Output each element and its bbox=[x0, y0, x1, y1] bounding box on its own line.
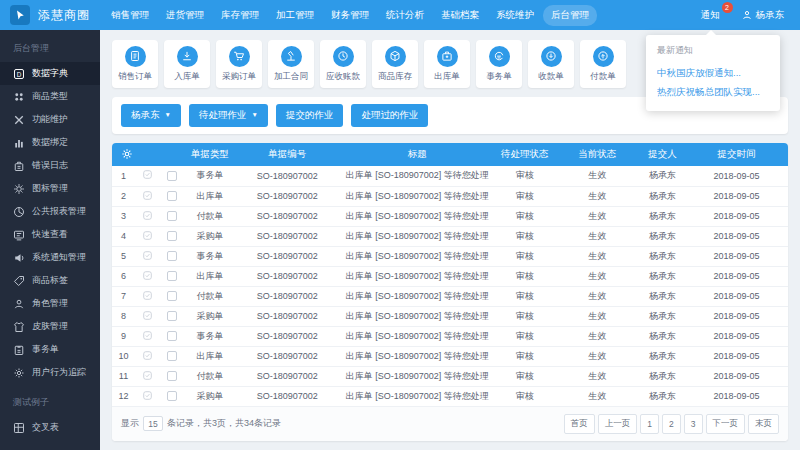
filter-button-提交的作业[interactable]: 提交的作业 bbox=[276, 104, 344, 127]
sidebar-item-商品标签[interactable]: 商品标签 bbox=[0, 269, 100, 292]
notification-item[interactable]: 热烈庆祝畅总团队实现... bbox=[657, 83, 769, 102]
nav-item-6[interactable]: 基础档案 bbox=[433, 5, 487, 26]
table-row[interactable]: 10 出库单 SO-180907002 出库单 [SO-180907002] 等… bbox=[112, 346, 788, 366]
cell-submitter: 杨承东 bbox=[640, 306, 685, 326]
notification-list: 中秋国庆放假通知...热烈庆祝畅总团队实现... bbox=[657, 64, 769, 102]
quick-action-付款单[interactable]: 付款单 bbox=[580, 40, 626, 88]
table-row[interactable]: 7 付款单 SO-180907002 出库单 [SO-180907002] 等待… bbox=[112, 286, 788, 306]
row-checkbox[interactable] bbox=[167, 211, 177, 221]
navbar-right: 通知 2 杨承东 bbox=[701, 9, 785, 22]
filter-button-处理过的作业[interactable]: 处理过的作业 bbox=[351, 104, 428, 127]
sidebar-item-商品类型[interactable]: 商品类型 bbox=[0, 85, 100, 108]
table-row[interactable]: 8 采购单 SO-180907002 出库单 [SO-180907002] 等待… bbox=[112, 306, 788, 326]
nav-item-1[interactable]: 进货管理 bbox=[158, 5, 212, 26]
quick-action-出库单[interactable]: 出库单 bbox=[424, 40, 470, 88]
cell-code: SO-180907002 bbox=[235, 246, 340, 266]
cell-title: 出库单 [SO-180907002] 等待您处理 bbox=[340, 186, 495, 206]
nav-item-3[interactable]: 加工管理 bbox=[268, 5, 322, 26]
cell-type: 事务单 bbox=[185, 326, 235, 346]
filter-button-待处理作业[interactable]: 待处理作业 ▼ bbox=[189, 104, 268, 127]
cell-code: SO-180907002 bbox=[235, 326, 340, 346]
page-button-首页[interactable]: 首页 bbox=[564, 414, 595, 434]
row-index: 6 bbox=[112, 266, 135, 286]
nav-item-4[interactable]: 财务管理 bbox=[323, 5, 377, 26]
page-button-末页[interactable]: 末页 bbox=[748, 414, 779, 434]
quick-action-应收账款[interactable]: 应收账款 bbox=[320, 40, 366, 88]
quick-action-事务单[interactable]: 事务单 bbox=[476, 40, 522, 88]
page-size-input[interactable] bbox=[143, 416, 163, 431]
sidebar-item-label: 公共报表管理 bbox=[32, 205, 86, 218]
table-row[interactable]: 3 付款单 SO-180907002 出库单 [SO-180907002] 等待… bbox=[112, 206, 788, 226]
nav-item-5[interactable]: 统计分析 bbox=[378, 5, 432, 26]
stamp-check-icon bbox=[142, 270, 153, 281]
page-button-上一页[interactable]: 上一页 bbox=[598, 414, 638, 434]
row-checkbox[interactable] bbox=[167, 171, 177, 181]
user-menu[interactable]: 杨承东 bbox=[742, 9, 785, 22]
nav-item-7[interactable]: 系统维护 bbox=[488, 5, 542, 26]
table-row[interactable]: 12 采购单 SO-180907002 出库单 [SO-180907002] 等… bbox=[112, 386, 788, 406]
row-checkbox[interactable] bbox=[167, 331, 177, 341]
quick-action-入库单[interactable]: 入库单 bbox=[164, 40, 210, 88]
page-button-3[interactable]: 3 bbox=[684, 414, 703, 434]
table-row[interactable]: 9 事务单 SO-180907002 出库单 [SO-180907002] 等待… bbox=[112, 326, 788, 346]
sidebar-item-系统通知管理[interactable]: 系统通知管理 bbox=[0, 246, 100, 269]
quick-action-收款单[interactable]: 收款单 bbox=[528, 40, 574, 88]
row-checkbox[interactable] bbox=[167, 391, 177, 401]
quick-action-销售订单[interactable]: 销售订单 bbox=[112, 40, 158, 88]
quick-action-采购订单[interactable]: 采购订单 bbox=[216, 40, 262, 88]
table-row[interactable]: 4 采购单 SO-180907002 出库单 [SO-180907002] 等待… bbox=[112, 226, 788, 246]
sidebar-item-交叉表[interactable]: 交叉表 bbox=[0, 416, 100, 439]
sidebar-item-图标管理[interactable]: 图标管理 bbox=[0, 177, 100, 200]
row-checkbox[interactable] bbox=[167, 371, 177, 381]
page-button-2[interactable]: 2 bbox=[662, 414, 681, 434]
cell-code: SO-180907002 bbox=[235, 206, 340, 226]
page-button-1[interactable]: 1 bbox=[640, 414, 659, 434]
tag-icon bbox=[13, 275, 25, 287]
filter-button-杨承东[interactable]: 杨承东 ▼ bbox=[121, 104, 181, 127]
cell-submitter: 杨承东 bbox=[640, 326, 685, 346]
sidebar-item-功能维护[interactable]: 功能维护 bbox=[0, 108, 100, 131]
page-button-下一页[interactable]: 下一页 bbox=[706, 414, 746, 434]
quick-action-加工合同[interactable]: 加工合同 bbox=[268, 40, 314, 88]
row-checkbox[interactable] bbox=[167, 191, 177, 201]
sidebar-item-label: 数据字典 bbox=[32, 67, 68, 80]
row-checkbox[interactable] bbox=[167, 291, 177, 301]
cell-current-status: 生效 bbox=[555, 166, 640, 186]
cell-current-status: 生效 bbox=[555, 246, 640, 266]
table-row[interactable]: 5 事务单 SO-180907002 出库单 [SO-180907002] 等待… bbox=[112, 246, 788, 266]
cell-code: SO-180907002 bbox=[235, 266, 340, 286]
sidebar-item-数据字典[interactable]: D 数据字典 bbox=[0, 62, 100, 85]
cell-current-status: 生效 bbox=[555, 286, 640, 306]
table-row[interactable]: 1 事务单 SO-180907002 出库单 [SO-180907002] 等待… bbox=[112, 166, 788, 186]
notification-item[interactable]: 中秋国庆放假通知... bbox=[657, 64, 769, 83]
sidebar-item-皮肤管理[interactable]: 皮肤管理 bbox=[0, 315, 100, 338]
row-checkbox[interactable] bbox=[167, 231, 177, 241]
notification-dropdown-title: 最新通知 bbox=[657, 44, 769, 57]
row-checkbox[interactable] bbox=[167, 251, 177, 261]
nav-item-2[interactable]: 库存管理 bbox=[213, 5, 267, 26]
sidebar-item-事务单[interactable]: 事务单 bbox=[0, 338, 100, 361]
sidebar-item-角色管理[interactable]: 角色管理 bbox=[0, 292, 100, 315]
row-checkbox[interactable] bbox=[167, 351, 177, 361]
table-settings-header[interactable] bbox=[112, 143, 185, 166]
app-logo[interactable] bbox=[10, 5, 30, 25]
sidebar-item-用户行为追踪[interactable]: 用户行为追踪 bbox=[0, 361, 100, 384]
sidebar-item-公共报表管理[interactable]: 公共报表管理 bbox=[0, 200, 100, 223]
quick-action-商品库存[interactable]: 商品库存 bbox=[372, 40, 418, 88]
nav-item-8[interactable]: 后台管理 bbox=[543, 5, 597, 26]
nav-item-0[interactable]: 销售管理 bbox=[103, 5, 157, 26]
row-checkbox[interactable] bbox=[167, 271, 177, 281]
quick-action-label: 收款单 bbox=[538, 71, 564, 83]
table-row[interactable]: 2 出库单 SO-180907002 出库单 [SO-180907002] 等待… bbox=[112, 186, 788, 206]
notifications-button[interactable]: 通知 2 bbox=[701, 9, 720, 22]
sidebar-item-快速查看[interactable]: 快速查看 bbox=[0, 223, 100, 246]
table-row[interactable]: 6 出库单 SO-180907002 出库单 [SO-180907002] 等待… bbox=[112, 266, 788, 286]
table-row[interactable]: 11 付款单 SO-180907002 出库单 [SO-180907002] 等… bbox=[112, 366, 788, 386]
cube-icon bbox=[389, 50, 401, 62]
sidebar-item-错误日志[interactable]: 错误日志 bbox=[0, 154, 100, 177]
notification-dropdown: 最新通知 中秋国庆放假通知...热烈庆祝畅总团队实现... bbox=[646, 35, 780, 111]
sidebar-item-数据绑定[interactable]: 数据绑定 bbox=[0, 131, 100, 154]
row-checkbox[interactable] bbox=[167, 311, 177, 321]
cell-current-status: 生效 bbox=[555, 366, 640, 386]
cell-code: SO-180907002 bbox=[235, 386, 340, 406]
